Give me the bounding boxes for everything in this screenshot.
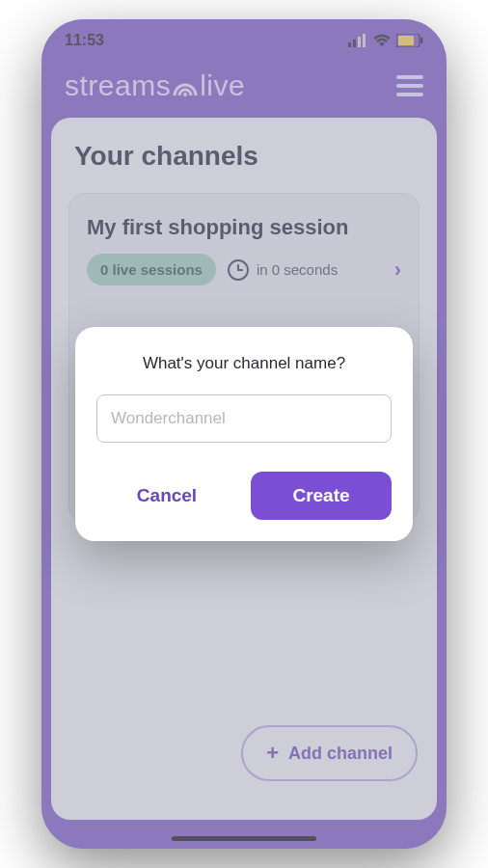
- cancel-button[interactable]: Cancel: [96, 472, 237, 520]
- phone-frame: 11:53 streams live Your channels My firs…: [41, 19, 447, 849]
- create-button[interactable]: Create: [251, 472, 392, 520]
- dialog-scrim[interactable]: What's your channel name? Cancel Create: [41, 19, 447, 849]
- dialog-title: What's your channel name?: [96, 354, 392, 373]
- channel-name-input[interactable]: [96, 394, 392, 443]
- dialog-actions: Cancel Create: [96, 472, 392, 520]
- create-channel-dialog: What's your channel name? Cancel Create: [75, 327, 413, 541]
